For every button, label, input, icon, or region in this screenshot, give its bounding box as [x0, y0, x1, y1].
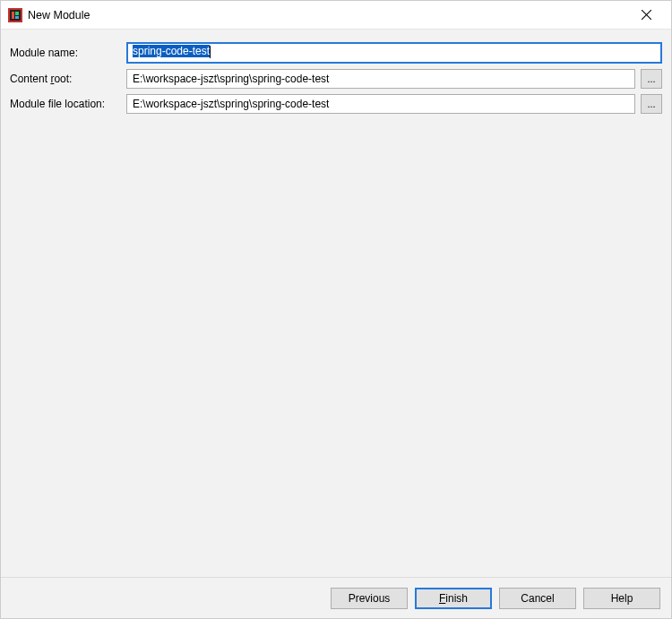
- dialog-footer: Previous Finish Cancel Help: [1, 577, 671, 618]
- finish-button[interactable]: Finish: [415, 588, 492, 609]
- titlebar: New Module: [1, 1, 671, 30]
- dialog-content: Module name: spring-code-test Content ro…: [1, 30, 671, 577]
- close-icon: [642, 10, 651, 20]
- svg-rect-2: [12, 12, 14, 19]
- label-module-name: Module name:: [10, 47, 121, 59]
- content-root-browse-button[interactable]: ...: [641, 69, 662, 89]
- row-module-name: Module name: spring-code-test: [10, 42, 662, 64]
- content-root-input[interactable]: E:\workspace-jszt\spring\spring-code-tes…: [126, 69, 635, 89]
- svg-rect-4: [15, 16, 19, 19]
- close-button[interactable]: [628, 3, 664, 28]
- help-button[interactable]: Help: [583, 588, 660, 609]
- app-icon: [8, 8, 22, 22]
- module-name-input[interactable]: spring-code-test: [126, 42, 662, 64]
- previous-button[interactable]: Previous: [331, 588, 408, 609]
- label-content-root: Content root:: [10, 73, 121, 85]
- window-title: New Module: [28, 9, 628, 21]
- text-caret: [210, 46, 211, 58]
- row-module-file-location: Module file location: E:\workspace-jszt\…: [10, 94, 662, 114]
- label-module-file-location: Module file location:: [10, 98, 121, 110]
- cancel-button[interactable]: Cancel: [499, 588, 576, 609]
- row-content-root: Content root: E:\workspace-jszt\spring\s…: [10, 69, 662, 89]
- module-file-location-input[interactable]: E:\workspace-jszt\spring\spring-code-tes…: [126, 94, 635, 114]
- svg-rect-3: [15, 12, 19, 15]
- module-file-location-browse-button[interactable]: ...: [641, 94, 662, 114]
